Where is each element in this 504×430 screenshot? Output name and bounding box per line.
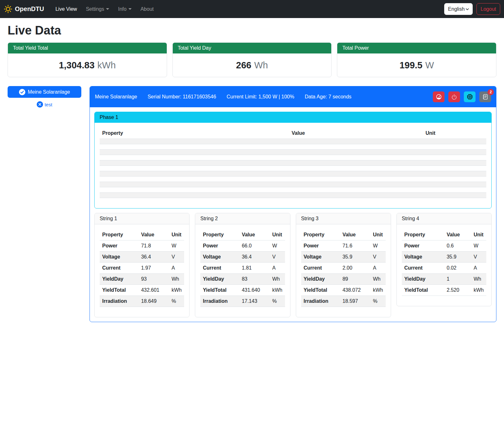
unit-cell: % bbox=[169, 296, 184, 307]
inverter-serial: Serial Number: 116171603546 bbox=[147, 94, 216, 100]
string-card-title: String 2 bbox=[195, 213, 290, 224]
table-header-row: Property Value Unit bbox=[402, 229, 486, 240]
string-card: String 1 Property Value Unit bbox=[94, 213, 190, 317]
value-cell: 36.4 bbox=[239, 252, 270, 263]
table-row: YieldTotal 431.640 kWh bbox=[200, 285, 285, 296]
property-cell bbox=[100, 171, 289, 177]
table-row: YieldDay 93 Wh bbox=[100, 274, 184, 285]
table-row: Current 1.97 A bbox=[100, 263, 184, 274]
table-row: YieldTotal 2.520 kWh bbox=[402, 285, 486, 296]
table-row: Voltage 36.4 V bbox=[200, 252, 285, 263]
value-cell: 1.81 bbox=[239, 263, 270, 274]
strings-row: String 1 Property Value Unit bbox=[94, 213, 492, 317]
brand[interactable]: OpenDTU bbox=[4, 5, 44, 13]
table-row bbox=[100, 182, 486, 187]
unit-cell: V bbox=[270, 252, 285, 263]
table-row: YieldDay 1 Wh bbox=[402, 274, 486, 285]
column-header-property: Property bbox=[200, 229, 239, 240]
unit-cell bbox=[423, 187, 486, 193]
unit-cell: kWh bbox=[471, 285, 486, 296]
inverter-limit: Current Limit: 1,500 W | 100% bbox=[227, 94, 294, 100]
summary-card-unit: kWh bbox=[97, 60, 116, 71]
string-card-title: String 4 bbox=[397, 213, 491, 224]
value-cell: 93 bbox=[139, 274, 169, 285]
table-row bbox=[100, 139, 486, 144]
unit-cell: A bbox=[169, 263, 184, 274]
value-cell: 18.649 bbox=[139, 296, 169, 307]
table-row bbox=[100, 160, 486, 166]
summary-card-title: Total Yield Total bbox=[8, 43, 167, 53]
summary-card-title: Total Yield Day bbox=[173, 43, 332, 53]
sidebar-item-selected-inverter[interactable]: Meine Solaranlage bbox=[8, 86, 81, 98]
summary-card-body: 1,304.83 kWh bbox=[8, 53, 167, 77]
value-cell bbox=[289, 193, 423, 198]
value-cell bbox=[289, 177, 423, 182]
language-select[interactable]: English bbox=[444, 3, 473, 15]
value-cell: 17.143 bbox=[239, 296, 270, 307]
property-cell: Voltage bbox=[301, 252, 340, 263]
value-cell: 1.97 bbox=[139, 263, 169, 274]
table-header-row: Property Value Unit bbox=[100, 128, 486, 139]
nav-item-settings[interactable]: Settings bbox=[81, 4, 114, 15]
summary-card-value: 266 bbox=[236, 60, 251, 71]
cpu-icon bbox=[467, 94, 473, 100]
limit-settings-button[interactable] bbox=[433, 91, 445, 102]
unit-cell bbox=[423, 150, 486, 155]
summary-card: Total Yield Day 266 Wh bbox=[172, 42, 332, 77]
nav-item-info[interactable]: Info bbox=[114, 4, 136, 15]
value-cell: 431.640 bbox=[239, 285, 270, 296]
unit-cell: A bbox=[471, 263, 486, 274]
sidebar-item-unselected-inverter[interactable]: test bbox=[8, 101, 81, 108]
nav-item-about[interactable]: About bbox=[136, 4, 158, 15]
x-circle-icon bbox=[37, 101, 43, 108]
property-cell: Irradiation bbox=[100, 296, 139, 307]
phase-table: Property Value Unit bbox=[100, 128, 486, 198]
unit-cell bbox=[423, 182, 486, 187]
table-row: Irradiation 18.597 % bbox=[301, 296, 386, 307]
value-cell: 83 bbox=[239, 274, 270, 285]
unit-cell: A bbox=[270, 263, 285, 274]
property-cell: YieldDay bbox=[200, 274, 239, 285]
table-row: Power 71.8 W bbox=[100, 240, 184, 252]
column-header-unit: Unit bbox=[423, 128, 486, 139]
value-cell: 71.6 bbox=[340, 240, 370, 252]
value-cell bbox=[289, 171, 423, 177]
table-row: Power 0.6 W bbox=[402, 240, 486, 252]
value-cell: 0.6 bbox=[444, 240, 471, 252]
unit-cell: kWh bbox=[169, 285, 184, 296]
unit-cell bbox=[423, 177, 486, 182]
property-cell: Voltage bbox=[402, 252, 444, 263]
string-card: String 3 Property Value Unit bbox=[296, 213, 391, 317]
nav-item-live-view[interactable]: Live View bbox=[51, 4, 81, 15]
unit-cell: % bbox=[270, 296, 285, 307]
value-cell: 35.9 bbox=[444, 252, 471, 263]
sidebar-selected-label: Meine Solaranlage bbox=[28, 89, 70, 95]
property-cell bbox=[100, 182, 289, 187]
summary-card-body: 199.5 W bbox=[337, 53, 496, 77]
string-card-title: String 3 bbox=[296, 213, 391, 224]
column-header-unit: Unit bbox=[471, 229, 486, 240]
column-header-value: Value bbox=[139, 229, 169, 240]
summary-card: Total Yield Total 1,304.83 kWh bbox=[8, 42, 167, 77]
unit-cell bbox=[423, 144, 486, 150]
table-row: YieldDay 83 Wh bbox=[200, 274, 285, 285]
property-cell: Current bbox=[402, 263, 444, 274]
unit-cell bbox=[423, 155, 486, 160]
logout-button[interactable]: Logout bbox=[476, 3, 500, 15]
power-button[interactable] bbox=[448, 91, 460, 102]
value-cell bbox=[289, 139, 423, 144]
unit-cell: V bbox=[370, 252, 386, 263]
value-cell bbox=[289, 144, 423, 150]
caret-down-icon bbox=[128, 8, 132, 10]
device-info-button[interactable] bbox=[464, 91, 476, 102]
property-cell bbox=[100, 144, 289, 150]
event-log-button[interactable]: 2 bbox=[479, 91, 491, 102]
column-header-value: Value bbox=[289, 128, 423, 139]
property-cell: YieldTotal bbox=[402, 285, 444, 296]
property-cell: Current bbox=[301, 263, 340, 274]
column-header-value: Value bbox=[444, 229, 471, 240]
unit-cell: W bbox=[169, 240, 184, 252]
table-row bbox=[100, 150, 486, 155]
string-table: Property Value Unit bbox=[200, 229, 285, 307]
table-row bbox=[100, 193, 486, 198]
